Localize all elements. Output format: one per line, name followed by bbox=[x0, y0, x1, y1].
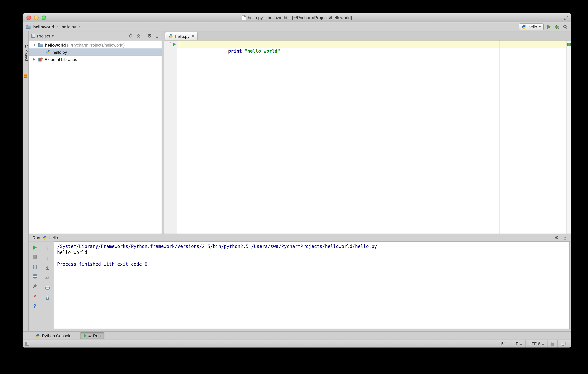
screen-reader-widget[interactable] bbox=[557, 340, 569, 348]
project-view-mode[interactable]: Project bbox=[37, 33, 50, 38]
left-tool-window-stripe: 1: Project bbox=[23, 32, 29, 331]
scroll-to-end-icon[interactable] bbox=[44, 265, 50, 271]
traffic-lights bbox=[26, 15, 46, 20]
main-content: 1: Project Project ▾ bbox=[23, 32, 571, 331]
hide-panel-icon[interactable] bbox=[155, 33, 159, 38]
run-configuration-name: hello bbox=[528, 24, 537, 29]
editor-tab-label: hello.py bbox=[175, 34, 189, 38]
run-header: Run hello ⚙ bbox=[29, 234, 571, 242]
locate-file-icon[interactable] bbox=[128, 33, 133, 38]
workspace-column: Project ▾ ⚙ bbox=[29, 32, 571, 331]
folder-icon bbox=[38, 43, 43, 47]
status-bar-widgets: 5:1 LF UTF-8 bbox=[498, 340, 569, 348]
code-editor[interactable]: print"hello world" bbox=[177, 41, 567, 234]
fullscreen-icon[interactable] bbox=[564, 16, 568, 20]
stop-icon[interactable] bbox=[32, 254, 38, 260]
line-number: 1 bbox=[170, 42, 172, 47]
soft-wrap-icon[interactable]: ↵ bbox=[44, 275, 50, 281]
editor-gutter: 1 bbox=[164, 41, 177, 234]
tree-row-external-libraries[interactable]: ▶ External Libraries bbox=[29, 56, 162, 63]
toolbar-divider bbox=[144, 33, 144, 38]
run-tab-label: 4: Run bbox=[88, 333, 101, 338]
line-separator-widget[interactable]: LF bbox=[510, 340, 525, 348]
zoom-window-button[interactable] bbox=[42, 15, 46, 20]
caret-position-widget[interactable]: 5:1 bbox=[498, 340, 510, 348]
libraries-icon bbox=[38, 57, 43, 62]
project-tree: ▼ helloworld (~/PycharmProjects/hellowor… bbox=[29, 41, 162, 234]
up-stack-trace-icon[interactable]: ↑ bbox=[44, 245, 50, 251]
run-tab-icon bbox=[84, 334, 86, 337]
print-icon[interactable] bbox=[44, 285, 50, 291]
title-bar[interactable]: hello.py – helloworld – [~/PycharmProjec… bbox=[23, 13, 571, 22]
lock-icon bbox=[551, 342, 554, 346]
run-header-actions: ⚙ bbox=[555, 235, 567, 240]
readonly-lock-widget[interactable] bbox=[547, 340, 557, 348]
encoding-widget[interactable]: UTF-8 bbox=[525, 340, 547, 348]
python-icon bbox=[42, 235, 47, 240]
breadcrumb-file[interactable]: hello.py bbox=[61, 24, 77, 29]
project-tool-window-icon[interactable] bbox=[23, 74, 28, 78]
pin-tab-icon[interactable] bbox=[32, 283, 38, 289]
tree-collapsed-icon[interactable]: ▶ bbox=[32, 58, 36, 61]
run-tab[interactable]: 4: Run bbox=[80, 332, 105, 339]
screen: hello.py – helloworld – [~/PycharmProjec… bbox=[0, 0, 588, 374]
ide-window: hello.py – helloworld – [~/PycharmProjec… bbox=[23, 13, 571, 348]
project-tool-window-button[interactable]: 1: Project bbox=[23, 43, 29, 63]
run-button[interactable] bbox=[547, 24, 551, 29]
console-line bbox=[57, 256, 567, 261]
editor-tab-hello-py[interactable]: hello.py × bbox=[165, 32, 198, 40]
minimize-window-button[interactable] bbox=[34, 15, 39, 20]
pause-output-icon[interactable] bbox=[32, 264, 38, 269]
tree-row-hello-py[interactable]: hello.py bbox=[29, 48, 162, 56]
run-configuration-select[interactable]: hello ▾ bbox=[519, 23, 544, 30]
code-line-1: print"hello world" bbox=[177, 41, 567, 48]
close-icon[interactable]: × bbox=[32, 293, 38, 299]
python-icon bbox=[36, 333, 40, 338]
run-panel-title: Run bbox=[32, 235, 40, 240]
tree-expanded-icon[interactable]: ▼ bbox=[32, 43, 36, 47]
breadcrumb-separator: › bbox=[57, 24, 59, 29]
run-line-icon[interactable] bbox=[173, 43, 176, 46]
panel-splitter[interactable] bbox=[162, 32, 164, 234]
settings-gear-icon[interactable]: ⚙ bbox=[555, 235, 559, 240]
down-stack-trace-icon[interactable]: ↓ bbox=[44, 255, 50, 261]
search-everywhere-button[interactable] bbox=[563, 24, 568, 29]
project-root-label: helloworld (~/PycharmProjects/helloworld… bbox=[45, 43, 125, 47]
hide-panel-icon[interactable] bbox=[563, 235, 567, 240]
editor-tab-bar: hello.py × bbox=[164, 32, 571, 41]
python-icon bbox=[522, 24, 526, 29]
rerun-icon[interactable] bbox=[33, 245, 37, 250]
bottom-tool-window-bar: Python Console 4: Run bbox=[23, 331, 571, 340]
window-title-area: hello.py – helloworld – [~/PycharmProjec… bbox=[68, 13, 525, 22]
run-console-output[interactable]: /System/Library/Frameworks/Python.framew… bbox=[54, 242, 570, 329]
close-tab-icon[interactable]: × bbox=[192, 34, 194, 38]
debug-button[interactable] bbox=[554, 24, 559, 29]
python-console-tab-label: Python Console bbox=[42, 333, 71, 338]
breadcrumb-project[interactable]: helloworld bbox=[32, 24, 55, 29]
clear-all-icon[interactable] bbox=[44, 295, 50, 300]
help-icon[interactable]: ? bbox=[32, 303, 38, 309]
updown-arrows-icon bbox=[542, 342, 544, 345]
run-tool-window: Run hello ⚙ bbox=[29, 234, 571, 331]
gutter-line-1: 1 bbox=[164, 41, 177, 48]
status-bar: 5:1 LF UTF-8 bbox=[23, 340, 571, 348]
python-console-tab[interactable]: Python Console bbox=[32, 332, 75, 339]
folder-icon bbox=[26, 25, 31, 29]
project-view-icon bbox=[31, 34, 35, 38]
toggle-tool-buttons-icon[interactable] bbox=[25, 342, 30, 346]
settings-gear-icon[interactable]: ⚙ bbox=[147, 33, 152, 38]
monitor-icon bbox=[561, 342, 566, 346]
inspection-stripe[interactable] bbox=[567, 41, 571, 234]
collapse-all-icon[interactable] bbox=[136, 33, 141, 38]
window-title: hello.py – helloworld – [~/PycharmProjec… bbox=[248, 15, 352, 20]
close-window-button[interactable] bbox=[26, 15, 31, 20]
python-file-icon bbox=[46, 50, 51, 54]
inspection-ok-indicator bbox=[567, 43, 571, 46]
tree-file-label: hello.py bbox=[52, 50, 67, 54]
restore-layout-icon[interactable] bbox=[32, 273, 38, 279]
tree-row-project-root[interactable]: ▼ helloworld (~/PycharmProjects/hellowor… bbox=[29, 41, 162, 48]
text-caret bbox=[179, 41, 179, 47]
run-controls: hello ▾ bbox=[519, 23, 568, 30]
project-toolbar-actions: ⚙ bbox=[128, 33, 159, 38]
chevron-down-icon: ▾ bbox=[52, 34, 54, 38]
